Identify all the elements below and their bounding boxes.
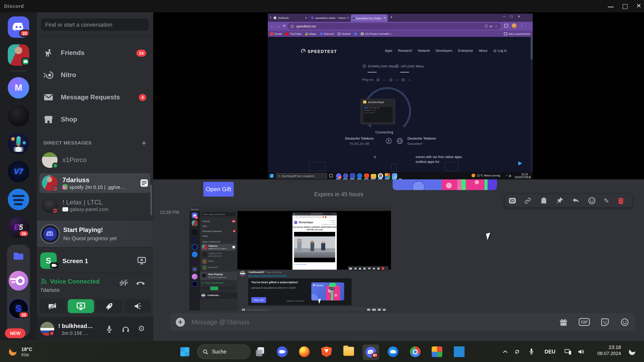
tray-cast-icon[interactable] <box>564 348 572 356</box>
maximize-button[interactable] <box>623 4 628 9</box>
taskbar-app-firefox[interactable] <box>299 347 310 357</box>
bookmark-maps[interactable]: Maps <box>305 32 316 35</box>
browser-tab-1[interactable]: SellAuth ✕ <box>274 15 307 21</box>
voice-status[interactable]: Voice Connected <box>50 278 100 285</box>
browser-close[interactable]: ✕ <box>518 15 520 18</box>
clock[interactable]: 23:18 08.07.2024 <box>592 345 621 356</box>
dev-id-icon[interactable]: ID <box>509 198 516 203</box>
soundboard-button[interactable] <box>124 299 151 313</box>
speedtest-logo[interactable]: SPEEDTEST <box>301 48 337 54</box>
tray-chevron[interactable]: ^ <box>506 174 507 177</box>
new-server-badge[interactable]: NEW <box>5 328 25 338</box>
folder-icon[interactable] <box>13 250 24 262</box>
stream-video[interactable]: v SellAuth ✕ speedtest ookla - Yahoo Suc… <box>153 12 644 179</box>
sidebar-item-message-requests[interactable]: Message Requests 4 <box>40 88 150 106</box>
browser-tab-active[interactable]: Speedtest by Ookla - The Glo ✕ <box>351 14 388 22</box>
sidebar-item-nitro[interactable]: Nitro <box>40 66 150 84</box>
url-bar[interactable]: speedtest.net ⃠ ⇄ ☆ <box>288 23 501 29</box>
conversation-search[interactable]: Find or start a conversation <box>41 18 149 31</box>
taskbar-app-brave[interactable] <box>321 347 332 357</box>
gift-open-button[interactable]: Open Gift <box>203 182 234 197</box>
dm-item-lelax[interactable]: ! Lelax | LTCL → galaxy-panel.com <box>40 195 150 215</box>
bookmark-gmail[interactable]: Gmail <box>270 32 282 35</box>
close-button[interactable]: ✕ <box>636 2 641 9</box>
taskbar-app-meet[interactable] <box>277 347 288 357</box>
disconnect-call-icon[interactable] <box>136 278 146 288</box>
translate-icon[interactable]: ⇄ <box>490 24 492 28</box>
inner-app-discord[interactable] <box>343 173 348 178</box>
activity-button[interactable] <box>96 299 122 313</box>
tray-chevron-icon[interactable] <box>502 349 508 355</box>
mini-message-input[interactable]: + Message @7dariuss <box>240 307 388 311</box>
server-dark[interactable] <box>8 105 29 126</box>
inner-app-play[interactable] <box>357 173 362 178</box>
start-button[interactable] <box>180 347 190 357</box>
pin-icon[interactable] <box>556 197 564 205</box>
profile-avatar[interactable] <box>512 23 516 28</box>
taskbar-app-vscode[interactable] <box>454 347 464 357</box>
server-home[interactable]: 28 <box>8 16 29 38</box>
quest-card[interactable]: Start Playing! No Quest progress yet <box>37 220 153 247</box>
server-spotify[interactable] <box>8 189 29 210</box>
message-input[interactable]: + Message @7dariuss GIF <box>170 313 635 331</box>
dm-item-x1porco[interactable]: x1Porco <box>40 151 150 169</box>
inner-app-brave[interactable] <box>364 173 369 178</box>
tab-close-icon[interactable]: ✕ <box>347 16 349 19</box>
inner-notif-badge[interactable]: 3 <box>528 176 531 178</box>
user-avatar[interactable] <box>40 322 54 336</box>
screenshot-attachment[interactable]: Discord 28 Find or start a conversation <box>189 207 391 311</box>
gif-picker-icon[interactable]: GIF <box>579 318 590 326</box>
mini-open-gift-button[interactable]: Open Gift <box>252 297 266 303</box>
start-icon[interactable] <box>270 174 274 178</box>
bookmark-youtube[interactable]: YouTube <box>286 32 301 35</box>
browser-minimize[interactable]: – <box>503 14 505 18</box>
upload-plus-icon[interactable]: + <box>176 318 185 327</box>
screen-share-row[interactable]: S Screen 1 <box>40 250 150 271</box>
taskbar-app-grid[interactable] <box>432 347 442 357</box>
server-comet[interactable] <box>8 271 28 291</box>
taskbar-app-window[interactable] <box>255 347 266 357</box>
bookmark-verlauf[interactable]: Verlauf <box>338 32 350 35</box>
inner-app-discord9[interactable]: 9+ <box>336 173 341 178</box>
copy-link-icon[interactable] <box>524 197 532 205</box>
inner-app-folder[interactable] <box>371 174 376 178</box>
sidebar-item-shop[interactable]: Shop <box>40 110 150 129</box>
tray-speaker[interactable]: 🔉 <box>509 174 512 177</box>
weather-widget[interactable]: 18°C Klar <box>8 344 32 360</box>
nav-apps[interactable]: Apps <box>385 49 392 52</box>
bookmark-rocket-icon[interactable] <box>354 32 357 36</box>
tab-close-icon[interactable]: ✕ <box>305 16 307 19</box>
browser-scrollbar[interactable] <box>531 37 533 172</box>
bookmark-penta[interactable]: (0) Penta Crimelife |… <box>361 32 394 35</box>
headphones-icon[interactable] <box>122 325 130 333</box>
bookmark-star-icon[interactable]: ☆ <box>495 24 498 28</box>
taskbar-search[interactable]: Suche <box>197 345 250 359</box>
taskbar-app-chrome[interactable] <box>410 347 420 357</box>
browser-tab-2[interactable]: speedtest ookla - Yahoo Suche ✕ <box>311 15 349 21</box>
user-name[interactable]: ! bulkhead… <box>58 323 93 329</box>
add-reaction-icon[interactable] <box>588 197 596 205</box>
sidebar-scrollbar[interactable] <box>150 185 152 216</box>
inner-weather[interactable]: 21°C Meist sonnig <box>472 174 500 177</box>
voice-channel[interactable]: 7dariuss <box>40 287 60 293</box>
inner-search[interactable]: Suchbegriff hier eingeben <box>276 173 327 178</box>
site-settings-icon[interactable] <box>291 25 294 28</box>
nav-enterprise[interactable]: Enterprise <box>458 49 473 52</box>
forward-icon[interactable]: → <box>276 24 280 28</box>
video-player[interactable] <box>294 232 335 263</box>
back-icon[interactable]: ← <box>270 24 274 28</box>
nav-developers[interactable]: Developers <box>436 49 452 52</box>
delete-icon[interactable] <box>617 197 625 205</box>
menu-dots-icon[interactable]: ⋮ <box>520 23 524 27</box>
language-indicator[interactable]: DEU <box>544 349 556 355</box>
extensions-icon[interactable] <box>504 24 508 27</box>
nav-login[interactable]: Log In <box>493 49 507 52</box>
gift-icon[interactable] <box>559 318 568 327</box>
bookmark-discord[interactable]: Discord <box>320 32 334 35</box>
edit-icon[interactable]: ✎ <box>604 197 609 205</box>
reply-icon[interactable] <box>572 197 580 205</box>
all-bookmarks[interactable]: Alle Lesezeichen <box>504 32 530 35</box>
emoji-picker-icon[interactable] <box>620 318 629 327</box>
server-globe-icon[interactable] <box>396 137 403 144</box>
taskview-icon[interactable] <box>330 174 333 177</box>
